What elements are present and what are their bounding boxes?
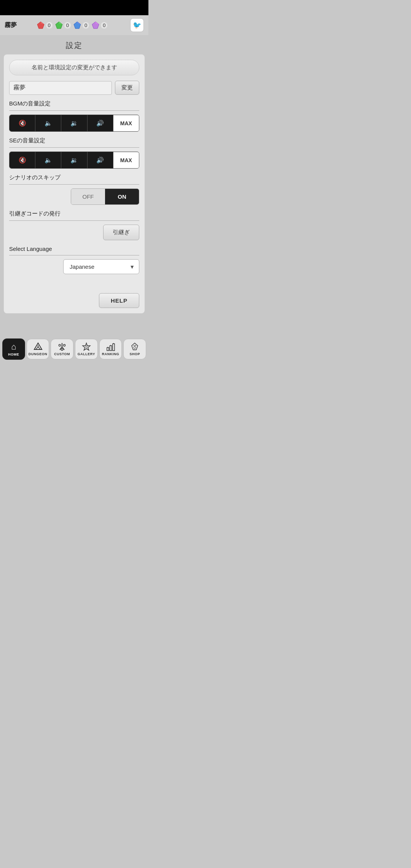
se-vol-high[interactable]: 🔊 <box>88 152 113 168</box>
gem-blue-icon <box>73 21 81 29</box>
nav-item-ranking[interactable]: RANKING <box>99 339 122 359</box>
bgm-vol-mid[interactable]: 🔉 <box>61 115 87 131</box>
name-row: 変更 <box>9 81 139 95</box>
twitter-icon: 🐦 <box>133 21 141 29</box>
top-black-bar <box>0 0 148 15</box>
se-high-icon: 🔊 <box>96 156 104 164</box>
twitter-button[interactable]: 🐦 <box>130 18 144 32</box>
transfer-label: 引継ぎコードの発行 <box>9 210 139 217</box>
toggle-on-button[interactable]: ON <box>105 189 139 204</box>
gem-blue-count: 0 <box>83 22 89 29</box>
scenario-skip-label: シナリオのスキップ <box>9 174 139 181</box>
bottom-nav: ⌂ HOME DUNGEON CUSTOM GALLERY <box>0 336 148 363</box>
bgm-vol-mute[interactable]: 🔇 <box>10 115 35 131</box>
se-label: SEの音量設定 <box>9 137 139 144</box>
bgm-low-icon: 🔈 <box>45 120 52 127</box>
toggle-off-button[interactable]: OFF <box>71 189 105 204</box>
nav-item-dungeon[interactable]: DUNGEON <box>27 339 49 359</box>
svg-point-14 <box>59 345 61 346</box>
name-input[interactable] <box>9 81 112 95</box>
bgm-vol-max[interactable]: MAX <box>113 116 139 131</box>
nav-label-custom: CUSTOM <box>54 352 70 356</box>
bgm-vol-low[interactable]: 🔈 <box>35 115 61 131</box>
help-button[interactable]: HELP <box>99 293 139 308</box>
svg-marker-28 <box>134 346 136 349</box>
bgm-volume-row: 🔇 🔈 🔉 🔊 MAX <box>9 115 139 132</box>
nav-label-home: HOME <box>8 353 19 356</box>
svg-point-16 <box>61 349 63 351</box>
se-volume-row: 🔇 🔈 🔉 🔊 MAX <box>9 152 139 169</box>
custom-icon <box>57 342 67 351</box>
header-gems: 0 0 0 0 <box>37 21 108 29</box>
ranking-icon <box>106 342 115 351</box>
header-username: 霧夢 <box>5 21 17 29</box>
se-vol-mute[interactable]: 🔇 <box>10 152 35 168</box>
nav-label-dungeon: DUNGEON <box>29 352 48 356</box>
svg-rect-20 <box>110 346 112 351</box>
se-divider <box>9 147 139 148</box>
header: 霧夢 0 0 0 <box>0 15 148 35</box>
home-icon: ⌂ <box>11 342 16 352</box>
bgm-label: BGMの音量設定 <box>9 100 139 107</box>
gem-item-green: 0 <box>55 21 71 29</box>
change-button[interactable]: 変更 <box>115 81 139 95</box>
svg-point-15 <box>64 345 65 346</box>
gem-green-count: 0 <box>64 22 71 29</box>
bgm-high-icon: 🔊 <box>96 120 104 127</box>
spacer-area <box>0 313 148 336</box>
svg-rect-19 <box>107 348 109 351</box>
gem-item-red: 0 <box>37 21 53 29</box>
transfer-button[interactable]: 引継ぎ <box>103 225 139 240</box>
gem-rainbow-icon <box>91 21 100 29</box>
scenario-toggle-group: OFF ON <box>71 188 139 205</box>
transfer-row: 引継ぎ <box>9 225 139 240</box>
scenario-divider <box>9 184 139 185</box>
gallery-icon <box>82 342 91 351</box>
gem-item-rainbow: 0 <box>91 21 107 29</box>
se-mid-icon: 🔉 <box>70 156 78 164</box>
language-select[interactable]: Japanese English <box>63 259 139 274</box>
nav-label-ranking: RANKING <box>102 352 119 356</box>
language-label: Select Language <box>9 246 139 252</box>
language-select-wrapper: Japanese English ▼ <box>63 259 139 274</box>
language-divider <box>9 255 139 255</box>
bgm-divider <box>9 110 139 111</box>
gem-item-blue: 0 <box>73 21 89 29</box>
settings-panel: 名前と環境設定の変更ができます 変更 BGMの音量設定 🔇 🔈 🔉 🔊 MAX … <box>4 54 145 313</box>
se-vol-max[interactable]: MAX <box>113 153 139 168</box>
se-mute-icon: 🔇 <box>19 156 26 164</box>
svg-rect-21 <box>113 344 115 351</box>
bgm-vol-high[interactable]: 🔊 <box>88 115 113 131</box>
toggle-row: OFF ON <box>9 188 139 205</box>
gem-red-icon <box>37 21 45 29</box>
help-row: HELP <box>9 293 139 308</box>
svg-marker-10 <box>36 347 40 349</box>
se-vol-mid[interactable]: 🔉 <box>61 152 87 168</box>
nav-label-shop: SHOP <box>129 352 140 356</box>
gem-green-icon <box>55 21 63 29</box>
shop-icon <box>130 342 139 351</box>
settings-info-bar: 名前と環境設定の変更ができます <box>9 60 139 75</box>
nav-item-shop[interactable]: SHOP <box>123 339 146 359</box>
bgm-mid-icon: 🔉 <box>70 120 78 127</box>
gem-rainbow-count: 0 <box>101 22 107 29</box>
nav-item-custom[interactable]: CUSTOM <box>51 339 73 359</box>
se-low-icon: 🔈 <box>45 156 52 164</box>
dungeon-icon <box>33 342 43 351</box>
nav-item-home[interactable]: ⌂ HOME <box>2 338 25 360</box>
transfer-divider <box>9 220 139 221</box>
nav-item-gallery[interactable]: GALLERY <box>75 339 98 359</box>
language-row: Japanese English ▼ <box>9 259 139 274</box>
bgm-mute-icon: 🔇 <box>19 120 26 127</box>
nav-label-gallery: GALLERY <box>78 352 95 356</box>
gem-red-count: 0 <box>46 22 53 29</box>
page-title: 設定 <box>0 35 148 54</box>
se-vol-low[interactable]: 🔈 <box>35 152 61 168</box>
